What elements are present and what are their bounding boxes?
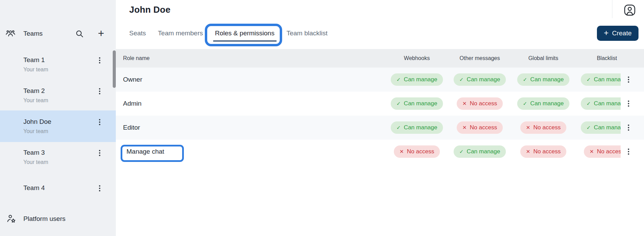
badge-label: Can manage — [467, 76, 500, 83]
badge-label: No access — [597, 148, 624, 155]
sidebar-item-platform-users[interactable]: Platform users — [0, 209, 116, 229]
tab-seats[interactable]: Seats — [129, 30, 146, 42]
teams-sidebar: Teams + Team 1 Your team Team 2 Your tea… — [0, 0, 116, 236]
team-menu-icon[interactable] — [98, 184, 102, 193]
team-name: Team 2 — [23, 87, 45, 95]
table-row-manage-chat: Manage chat ✕No access✓Can manage✕No acc… — [116, 140, 644, 164]
add-team-icon[interactable]: + — [96, 28, 107, 39]
badge-label: Can manage — [530, 100, 564, 107]
badge-label: Can manage — [404, 100, 437, 107]
tab-bar: Seats Team members Roles & permissions T… — [129, 30, 328, 42]
table-row-admin: Admin ✓Can manage✕No access✓Can manage✓C… — [116, 92, 644, 116]
badge-label: No access — [470, 124, 497, 131]
sidebar-item-team-1[interactable]: Team 1 Your team — [0, 49, 116, 80]
tab-label: Team blacklist — [287, 30, 327, 37]
create-button[interactable]: + Create — [597, 26, 639, 41]
plus-icon: + — [604, 28, 609, 38]
sidebar-item-team-2[interactable]: Team 2 Your team — [0, 80, 116, 111]
sidebar-scrollbar[interactable] — [113, 50, 116, 88]
row-menu-icon[interactable] — [626, 75, 631, 84]
badge-can-manage: ✓Can manage — [391, 73, 443, 86]
cross-icon: ✕ — [400, 149, 404, 155]
header-divider — [612, 0, 612, 18]
sidebar-item-team-3[interactable]: Team 3 Your team — [0, 141, 116, 173]
badge-can-manage: ✓Can manage — [391, 97, 443, 110]
team-subtitle: Your team — [23, 128, 48, 134]
check-icon: ✓ — [523, 76, 528, 83]
badge-label: No access — [533, 124, 560, 131]
badge-can-manage: ✓Can manage — [517, 73, 570, 86]
tab-label: Seats — [129, 30, 146, 37]
role-name-cell: Owner — [123, 68, 142, 92]
check-icon: ✓ — [587, 76, 591, 83]
badge-can-manage: ✓Can manage — [454, 145, 506, 158]
team-subtitle: Your team — [23, 159, 48, 165]
tab-label: Team members — [158, 30, 203, 37]
check-icon: ✓ — [459, 149, 464, 155]
row-actions — [621, 116, 644, 140]
role-name-cell: Manage chat — [126, 140, 164, 164]
check-icon: ✓ — [397, 76, 401, 83]
search-icon[interactable] — [75, 29, 85, 39]
badge-can-manage: ✓Can manage — [517, 97, 570, 110]
tab-label: Roles & permissions — [215, 30, 275, 37]
create-button-label: Create — [612, 30, 632, 37]
teams-group-icon — [5, 29, 15, 39]
badge-label: Can manage — [467, 148, 500, 155]
row-actions — [621, 140, 644, 164]
sidebar-header: Teams + — [0, 26, 116, 42]
badge-label: Can manage — [530, 76, 564, 83]
role-name-cell: Editor — [123, 116, 140, 140]
team-name: John Doe — [23, 118, 51, 126]
cross-icon: ✕ — [526, 125, 531, 131]
row-menu-icon[interactable] — [626, 123, 631, 132]
row-actions — [621, 68, 644, 92]
sidebar-item-team-4[interactable]: Team 4 — [0, 177, 116, 208]
table-row-editor: Editor ✓Can manage✕No access✕No access✓C… — [116, 116, 644, 140]
cross-icon: ✕ — [463, 101, 467, 107]
page-title: John Doe — [129, 4, 170, 15]
check-icon: ✓ — [523, 101, 528, 107]
platform-users-icon — [6, 214, 16, 224]
account-icon[interactable] — [623, 4, 636, 16]
badge-label: No access — [533, 148, 560, 155]
sidebar-item-john-doe[interactable]: John Doe Your team — [0, 110, 116, 142]
team-menu-icon[interactable] — [98, 149, 102, 157]
table-row-owner: Owner ✓Can manage✓Can manage✓Can manage✓… — [116, 68, 644, 92]
badge-no-access: ✕No access — [394, 145, 440, 158]
team-name: Team 3 — [23, 149, 45, 156]
check-icon: ✓ — [397, 101, 401, 107]
row-menu-icon[interactable] — [626, 99, 631, 108]
team-name: Team 4 — [23, 184, 45, 192]
badge-no-access: ✕No access — [457, 121, 503, 134]
tab-roles-permissions[interactable]: Roles & permissions — [215, 30, 275, 42]
table-header: Role name WebhooksOther messagesGlobal l… — [116, 49, 644, 68]
column-header-blacklist: Blacklist — [566, 49, 644, 68]
row-actions — [621, 92, 644, 116]
team-name: Team 1 — [23, 56, 45, 64]
badge-can-manage: ✓Can manage — [391, 121, 443, 134]
team-subtitle: Your team — [23, 97, 48, 104]
row-menu-icon[interactable] — [626, 147, 631, 156]
platform-users-label: Platform users — [23, 215, 65, 223]
check-icon: ✓ — [459, 76, 464, 83]
team-subtitle: Your team — [23, 67, 48, 73]
cross-icon: ✕ — [526, 149, 531, 155]
check-icon: ✓ — [587, 101, 591, 107]
role-name-cell: Admin — [123, 92, 142, 116]
main-panel: John Doe Seats Team members Roles & perm… — [116, 0, 644, 236]
tab-team-blacklist[interactable]: Team blacklist — [286, 30, 328, 42]
badge-can-manage: ✓Can manage — [454, 73, 506, 86]
team-menu-icon[interactable] — [98, 118, 102, 127]
team-menu-icon[interactable] — [98, 87, 102, 96]
check-icon: ✓ — [397, 125, 401, 131]
sidebar-title: Teams — [23, 30, 43, 37]
badge-no-access: ✕No access — [520, 145, 567, 158]
badge-no-access: ✕No access — [457, 97, 503, 110]
team-menu-icon[interactable] — [98, 56, 102, 65]
tab-team-members[interactable]: Team members — [158, 30, 203, 42]
badge-label: No access — [470, 100, 497, 107]
cross-icon: ✕ — [463, 125, 467, 131]
badge-label: Can manage — [404, 76, 437, 83]
cross-icon: ✕ — [590, 149, 594, 155]
